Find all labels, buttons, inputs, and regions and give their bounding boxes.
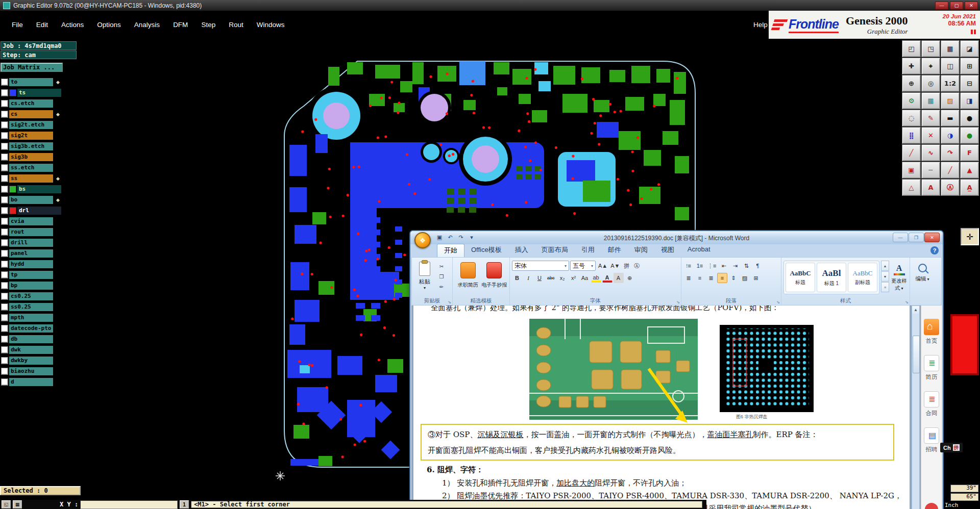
style-副标题[interactable]: AaBbC副标题 [848,263,877,292]
sidebar-item-contract[interactable]: 合同 [924,391,939,417]
dialog-launcher-icon[interactable] [448,300,451,304]
layer-visibility-checkbox[interactable] [1,261,8,268]
borders-button[interactable]: ⊞ [751,273,761,283]
layer-row-mpth[interactable]: mpth [0,312,78,323]
numbering-button[interactable]: 1≡ [695,261,705,271]
grow-font-button[interactable]: A▲ [597,261,609,271]
split-view-icon[interactable]: ◫ [941,58,960,74]
layer-row-cs.etch[interactable]: cs.etch [0,98,78,109]
font-family-combo[interactable]: 宋体 [512,261,569,271]
points-icon[interactable]: ⣿ [902,127,921,144]
char-shading-button[interactable]: A [614,273,624,283]
layer-visibility-checkbox[interactable] [1,154,8,161]
layer-visibility-checkbox[interactable] [1,79,8,86]
tab-审阅[interactable]: 审阅 [628,244,654,257]
pad-icon[interactable]: ▣ [902,162,921,179]
layer-visibility-checkbox[interactable] [1,368,8,375]
layer-visibility-checkbox[interactable] [1,303,8,311]
format-painter-button[interactable]: ✏ [437,282,446,291]
layer-visibility-checkbox[interactable] [1,132,8,139]
layer-row-bs[interactable]: bs [0,184,78,194]
tab-插入[interactable]: 插入 [508,244,535,257]
layer-row-drill[interactable]: drill [0,237,78,248]
zoom-out-icon[interactable]: ⊟ [960,75,979,92]
layer-row-ss[interactable]: ss◆ [0,173,78,184]
align-center-button[interactable]: ≡ [695,273,705,283]
layer-row-rout[interactable]: rout [0,226,78,237]
dialog-launcher-icon[interactable] [905,300,909,304]
scroll-up-icon[interactable] [912,306,919,314]
style-gallery-more-icon[interactable] [881,282,889,292]
layer-visibility-checkbox[interactable] [1,175,8,182]
increase-indent-button[interactable]: ⇥ [730,261,740,271]
crosshair-icon[interactable]: ⌖ [921,58,940,74]
layer-row-ss0.25[interactable]: ss0.25 [0,301,78,312]
thick-line-icon[interactable]: ▬ [941,110,960,126]
show-marks-button[interactable]: ¶ [752,261,763,271]
half-tone-icon[interactable]: ◑ [941,127,960,144]
align-left-button[interactable]: ≣ [683,273,694,283]
menu-actions[interactable]: Actions [55,19,90,31]
layer-visibility-checkbox[interactable] [1,357,8,364]
cut-button[interactable]: ✂ [437,262,446,271]
line-spacing-button[interactable]: ⇕ [728,273,739,283]
bold-button[interactable]: B [512,273,522,283]
text-circle-icon[interactable]: Ⓐ [941,179,960,196]
subscript-button[interactable]: x₂ [557,273,568,283]
sidebar-item-home[interactable]: 首页 [924,319,939,345]
character-border-button[interactable]: Ⓐ [631,261,642,271]
zoom-ratio-icon[interactable]: 1:2 [941,75,960,92]
layer-row-biaozhu[interactable]: biaozhu [0,366,78,376]
change-styles-button[interactable]: A 更改样式 [891,261,908,294]
layer-row-dwk[interactable]: dwk [0,344,78,355]
dialog-launcher-icon[interactable] [776,300,780,304]
paste-button[interactable]: 粘贴 [414,259,435,291]
settings-icon[interactable]: ⚙ [902,92,921,109]
enclose-characters-button[interactable]: ⊕ [625,273,635,283]
layer-visibility-checkbox[interactable] [1,314,8,321]
measure-icon[interactable]: ✎ [921,110,940,126]
copy-button[interactable]: ❐ [437,272,446,281]
layer-row-panel[interactable]: panel [0,248,78,259]
menu-edit[interactable]: Edit [30,19,55,31]
flag-icon[interactable]: F [960,144,979,161]
sort-button[interactable]: ⇅ [741,261,751,271]
change-case-button[interactable]: Aa [580,273,590,283]
tile-windows-icon[interactable]: ▦ [941,40,960,57]
layer-visibility-checkbox[interactable] [1,218,8,225]
style-scroll-down-icon[interactable] [881,271,889,282]
menu-windows[interactable]: Windows [250,19,291,31]
layer-color-chip[interactable] [9,186,16,193]
slash-icon[interactable]: ╱ [941,162,960,179]
layer-row-datecode-pto[interactable]: datecode-pto [0,323,78,334]
layer-row-ts[interactable]: ts [0,87,78,98]
menu-options[interactable]: Options [90,19,128,31]
triangle-up-icon[interactable]: ▲ [960,162,979,179]
menu-dfm[interactable]: DFM [166,19,194,31]
triangle-outline-icon[interactable]: △ [902,179,921,196]
tab-引用[interactable]: 引用 [575,244,601,257]
handnews-template-button[interactable]: 电子手抄报 [481,259,508,289]
zoom-target-icon[interactable]: ◎ [921,75,940,92]
job-matrix-button[interactable]: Job Matrix ... [1,63,63,72]
scrollbar-thumb[interactable] [913,336,920,373]
dotted-circle-icon[interactable]: ◌ [902,110,921,126]
layer-visibility-checkbox[interactable] [1,207,8,214]
layer-visibility-checkbox[interactable] [1,378,8,386]
word-restore-button[interactable]: ❐ [909,233,924,242]
tab-开始[interactable]: 开始 [437,244,464,257]
layer-visibility-checkbox[interactable] [1,336,8,343]
text-icon[interactable]: A [921,179,940,196]
layer-visibility-checkbox[interactable] [1,164,8,171]
strikethrough-button[interactable]: abc [546,273,556,283]
pan-icon[interactable]: ✚ [902,58,921,74]
justify-button[interactable]: ≡ [717,273,727,283]
layer-row-cs[interactable]: cs◆ [0,109,78,119]
tab-Office模板[interactable]: Office模板 [464,244,508,257]
tab-页面布局[interactable]: 页面布局 [535,244,575,257]
zoom-in-icon[interactable]: ⊕ [902,75,921,92]
layer-visibility-checkbox[interactable] [1,196,8,203]
layer-toggle-button[interactable]: 1 [180,500,189,508]
layer-visibility-checkbox[interactable] [1,121,8,129]
word-titlebar[interactable]: ▣↶↷▾ 20130916122519390.doc [兼容模式] - Micr… [410,231,943,244]
